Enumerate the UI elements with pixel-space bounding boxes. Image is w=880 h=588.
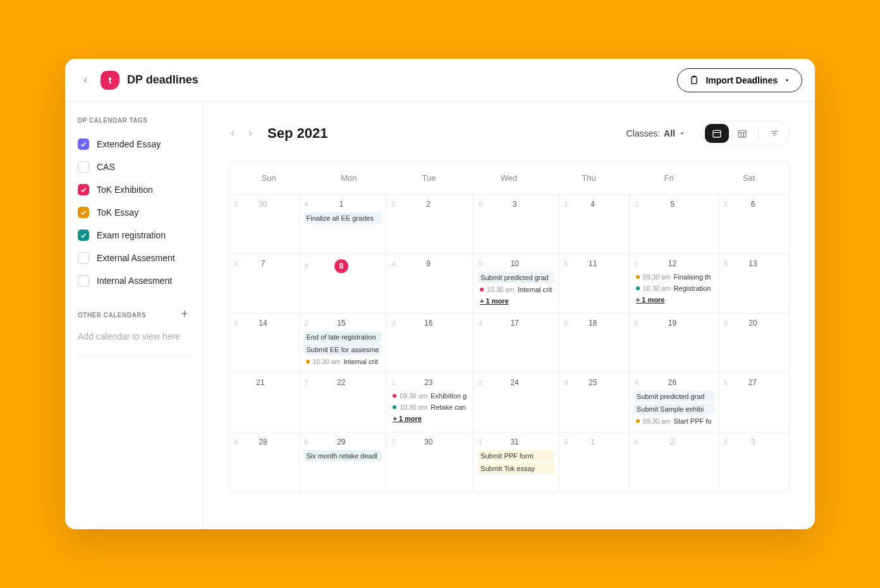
calendar-cell[interactable]: 730	[386, 432, 474, 491]
calendar-event[interactable]: Six month retake deadl	[303, 450, 382, 462]
event-dot	[636, 286, 640, 290]
calendar-cell[interactable]: X14	[229, 313, 300, 372]
calendar-cell[interactable]: 25	[630, 194, 719, 254]
calendar-cell[interactable]: 224	[474, 372, 559, 432]
calendar-event[interactable]: 10.30 amRegistration	[633, 283, 714, 293]
app-window: t DP deadlines Import Deadlines DP CALEN…	[65, 59, 815, 529]
tag-checkbox[interactable]	[78, 161, 89, 173]
calendar-cell[interactable]: X20	[719, 313, 790, 372]
tag-checkbox[interactable]	[78, 252, 89, 264]
calendar-cell[interactable]: 51	[559, 432, 630, 491]
calendar-cell[interactable]: 417	[474, 313, 559, 372]
calendar-event[interactable]: Submit predicted grad	[477, 272, 554, 283]
event-dot	[636, 275, 640, 279]
next-month-button[interactable]	[246, 129, 255, 138]
calendar-cell[interactable]: 38	[300, 254, 387, 313]
event-label: Exhibition g	[431, 392, 467, 400]
calendar-cell[interactable]: X3	[719, 432, 790, 491]
cell-date: 8	[309, 259, 374, 273]
cell-date: 27	[728, 378, 778, 387]
calendar-cell[interactable]: 316	[386, 313, 474, 372]
more-events-link[interactable]: + 1 more	[633, 295, 714, 305]
calendar-event[interactable]: 10.30 amInternal crit	[303, 357, 382, 367]
month-view-button[interactable]	[705, 124, 729, 143]
calendar-cell[interactable]: 52	[386, 194, 474, 254]
filter-view-button[interactable]	[762, 124, 786, 143]
weekday-header: Tue	[389, 162, 469, 194]
calendar-event[interactable]: Submit Tok essay	[477, 463, 554, 474]
calendar-cell[interactable]: 21	[229, 372, 300, 432]
cell-date: 9	[396, 259, 461, 268]
cell-date: 1	[568, 438, 617, 446]
calendar-cell[interactable]: 14	[559, 194, 630, 254]
cell-date: 10	[482, 259, 547, 268]
calendar-cell[interactable]: 611	[559, 254, 630, 313]
calendar-event[interactable]: 09.30 amExhibition g	[390, 391, 469, 401]
logo-letter: t	[109, 75, 112, 85]
tag-checkbox[interactable]	[78, 207, 89, 218]
other-calendars-placeholder: Add calendar to view here	[78, 328, 190, 345]
calendar-event[interactable]: Submit Sample exhibi	[633, 403, 714, 415]
calendar-cell[interactable]: 426Submit predicted gradSubmit Sample ex…	[630, 372, 719, 432]
cell-date: 13	[728, 259, 778, 268]
calendar-cell[interactable]: 518	[559, 313, 630, 372]
calendar-cell[interactable]: 215End of late registrationSubmit EE for…	[300, 313, 387, 372]
tag-checkbox[interactable]	[78, 138, 89, 150]
calendar-cell[interactable]: 41Finalize all EE grades	[300, 194, 387, 254]
other-calendars-heading: OTHER CALENDARS	[78, 312, 146, 319]
calendar-event[interactable]: Submit EE for assesme	[303, 344, 382, 355]
calendar-cell[interactable]: 63	[474, 194, 559, 254]
event-time: 09.30 am	[643, 417, 671, 425]
calendar-cell[interactable]: X13	[719, 254, 790, 313]
calendar-cell[interactable]: 62	[630, 432, 719, 491]
calendar-cell[interactable]: X30	[229, 194, 300, 254]
cell-date: 19	[639, 319, 706, 328]
event-time: 09.30 am	[643, 273, 671, 281]
calendar-event[interactable]: 10.30 amInternal crit	[477, 285, 554, 295]
tag-checkbox[interactable]	[78, 275, 89, 286]
tag-item[interactable]: Exam registration	[78, 224, 190, 247]
cell-date: 25	[568, 378, 617, 387]
calendar-cell[interactable]: 12309.30 amExhibition g10.30 amRetake ca…	[386, 372, 474, 432]
cell-date: 3	[482, 200, 547, 209]
calendar-cell[interactable]: 629Six month retake deadl	[300, 432, 387, 491]
back-button[interactable]	[78, 73, 93, 88]
calendar-cell[interactable]: 510Submit predicted grad10.30 amInternal…	[474, 254, 559, 313]
prev-month-button[interactable]	[228, 129, 237, 138]
calendar-cell[interactable]: X28	[229, 432, 300, 491]
import-deadlines-button[interactable]: Import Deadlines	[677, 68, 802, 92]
tag-checkbox[interactable]	[78, 230, 89, 241]
classes-filter[interactable]: Classes: All	[626, 128, 685, 138]
plus-icon	[180, 309, 190, 319]
calendar-event[interactable]: Submit PPF form	[477, 450, 554, 462]
tag-item[interactable]: ToK Essay	[78, 201, 190, 224]
calendar-event[interactable]: End of late registration	[303, 331, 382, 343]
calendar-cell[interactable]: 11209.30 amFinalising th10.30 amRegistra…	[630, 254, 719, 313]
week-view-button[interactable]	[730, 124, 754, 143]
calendar-cell[interactable]: 527	[719, 372, 790, 432]
calendar-cell[interactable]: 131Submit PPF formSubmit Tok essay	[474, 432, 559, 491]
more-events-link[interactable]: + 1 more	[477, 296, 554, 306]
calendar-cell[interactable]: 722	[300, 372, 387, 432]
calendar-cell[interactable]: 325	[559, 372, 630, 432]
calendar-cell[interactable]: 619	[630, 313, 719, 372]
tag-item[interactable]: External Assesment	[78, 247, 190, 269]
calendar-event[interactable]: 10.30 amRetake can	[390, 402, 469, 412]
tag-checkbox[interactable]	[78, 184, 89, 195]
tag-item[interactable]: ToK Exhibition	[78, 178, 190, 201]
cell-date: 17	[482, 319, 547, 328]
tag-item[interactable]: CAS	[78, 156, 190, 178]
tag-item[interactable]: Internal Assesment	[78, 269, 190, 292]
calendar-cell[interactable]: X6	[719, 194, 790, 254]
event-label: Retake can	[431, 403, 466, 411]
calendar-event[interactable]: 09.30 amStart PPF fo	[633, 416, 714, 426]
calendar-cell[interactable]: 49	[386, 254, 474, 313]
calendar-event[interactable]: Finalize all EE grades	[303, 212, 382, 224]
tag-item[interactable]: Extended Essay	[78, 133, 190, 156]
add-calendar-button[interactable]	[180, 309, 190, 321]
calendar-event[interactable]: Submit predicted grad	[633, 391, 714, 402]
cell-count: X	[724, 260, 728, 267]
more-events-link[interactable]: + 1 more	[390, 413, 469, 424]
calendar-cell[interactable]: X7	[229, 254, 300, 313]
calendar-event[interactable]: 09.30 amFinalising th	[633, 272, 714, 282]
